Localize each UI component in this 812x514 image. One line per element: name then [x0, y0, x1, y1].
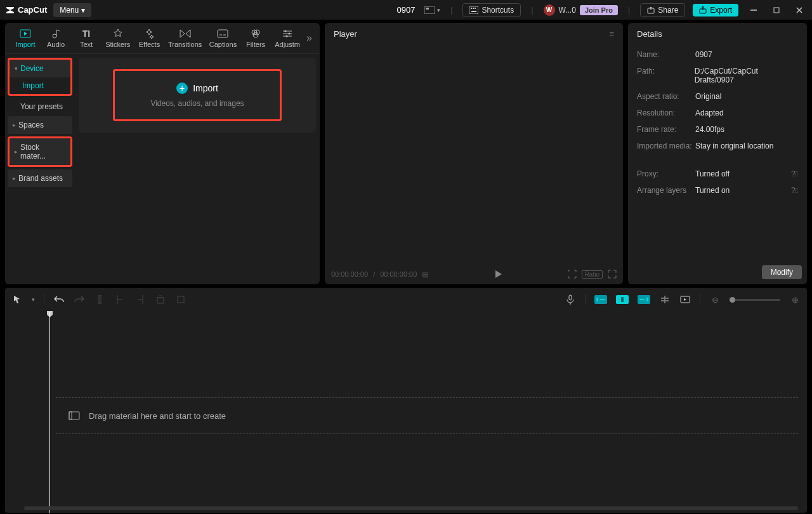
mic-icon[interactable]	[565, 294, 576, 305]
app-logo: CapCut	[5, 5, 47, 15]
svg-rect-12	[218, 30, 228, 37]
delete-tool[interactable]	[155, 294, 166, 305]
svg-point-18	[286, 36, 288, 37]
pointer-tool[interactable]	[11, 294, 23, 305]
tab-import[interactable]: Import	[10, 25, 41, 51]
join-pro-badge[interactable]: Join Pro	[580, 5, 618, 15]
tab-stickers[interactable]: Stickers	[102, 25, 134, 51]
preview-icon[interactable]	[679, 294, 691, 305]
highlight-device-import: ▾ Device Import	[8, 58, 72, 96]
export-button[interactable]: Export	[693, 4, 738, 16]
timeline-toolbar: ▾ ⊖ ⊕	[5, 288, 807, 311]
media-sidebar: ▾ Device Import Your presets ▸ Spaces ▸ …	[5, 54, 75, 284]
magnet-left[interactable]	[594, 295, 607, 304]
label-resolution: Resolution:	[637, 109, 695, 117]
svg-rect-24	[596, 298, 598, 301]
label-layers: Arrange layers	[637, 186, 695, 195]
effects-icon	[143, 28, 155, 39]
label-path: Path:	[637, 67, 695, 84]
svg-point-16	[285, 30, 287, 32]
label-imported: Imported media:	[637, 142, 695, 150]
align-icon[interactable]	[659, 294, 671, 305]
timeline-dropzone[interactable]: Drag material here and start to create	[56, 397, 798, 434]
timeline[interactable]: Drag material here and start to create	[5, 311, 807, 513]
svg-rect-4	[473, 8, 474, 9]
sidebar-item-device[interactable]: ▾ Device	[10, 60, 70, 77]
value-proxy: Turned off	[695, 169, 730, 178]
capcut-icon	[5, 5, 15, 15]
player-viewport[interactable]	[325, 45, 623, 264]
split-tool[interactable]	[94, 294, 105, 305]
details-title: Details	[628, 23, 807, 45]
tabs-more-button[interactable]: »	[304, 32, 315, 44]
tab-audio[interactable]: Audio	[41, 25, 71, 51]
svg-rect-31	[69, 412, 72, 419]
adjustment-icon	[282, 28, 293, 39]
tab-text[interactable]: TI Text	[71, 25, 102, 51]
divider	[44, 294, 44, 305]
tab-transitions[interactable]: Transitions	[164, 25, 205, 51]
zoom-out[interactable]: ⊖	[709, 294, 721, 305]
details-panel: Details Name:0907 Path:D:/CapCut/CapCut …	[628, 23, 807, 284]
import-dropzone[interactable]: + Import Videos, audios, and images	[79, 58, 316, 133]
sidebar-item-presets[interactable]: Your presets	[8, 98, 72, 115]
ratio-button[interactable]: Ratio	[582, 270, 603, 279]
user-cluster[interactable]: W W...0 Join Pro	[544, 4, 618, 16]
label-name: Name:	[637, 50, 695, 59]
svg-rect-9	[774, 8, 779, 13]
fullscreen-icon[interactable]	[608, 270, 617, 279]
menu-button[interactable]: Menu ▾	[53, 3, 91, 17]
export-icon	[699, 6, 707, 14]
tab-filters[interactable]: Filters	[240, 25, 271, 51]
maximize-button[interactable]	[769, 3, 784, 18]
value-name: 0907	[695, 50, 712, 59]
media-content: + Import Videos, audios, and images	[75, 54, 320, 284]
redo-button[interactable]	[74, 294, 85, 305]
shortcuts-label: Shortcuts	[481, 6, 514, 15]
list-icon[interactable]: ▤	[422, 270, 428, 279]
trim-right-tool[interactable]	[134, 294, 146, 305]
audio-icon	[50, 28, 62, 39]
sidebar-item-spaces[interactable]: ▸ Spaces	[8, 116, 72, 134]
help-icon[interactable]: ?⃝	[791, 186, 798, 195]
sidebar-item-stock[interactable]: ▸ Stock mater...	[10, 138, 70, 165]
menu-label: Menu	[60, 6, 79, 15]
close-button[interactable]	[792, 3, 807, 18]
svg-point-17	[289, 33, 291, 35]
help-icon[interactable]: ?⃝	[791, 169, 798, 178]
filters-icon	[250, 28, 261, 39]
tab-effects[interactable]: Effects	[134, 25, 164, 51]
sidebar-item-import[interactable]: Import	[10, 77, 70, 94]
shortcuts-button[interactable]: Shortcuts	[462, 3, 521, 17]
tab-captions[interactable]: Captions	[206, 25, 240, 51]
svg-rect-20	[157, 298, 164, 303]
player-panel: Player ≡ 00:00:00:00 / 00:00:00:00 ▤ Rat…	[325, 23, 623, 284]
label-fps: Frame rate:	[637, 125, 695, 134]
focus-icon[interactable]	[568, 270, 577, 279]
trim-left-tool[interactable]	[114, 294, 126, 305]
separator: |	[531, 5, 533, 15]
separator: |	[628, 5, 630, 15]
media-panel: Import Audio TI Text Stickers Effects Tr…	[5, 23, 320, 284]
zoom-in[interactable]: ⊕	[789, 294, 801, 305]
play-button[interactable]	[494, 270, 502, 279]
chevron-down-icon[interactable]: ▾	[32, 296, 35, 303]
crop-tool[interactable]	[175, 294, 187, 305]
player-controls: 00:00:00:00 / 00:00:00:00 ▤ Ratio	[325, 264, 623, 284]
sidebar-item-brand[interactable]: ▸ Brand assets	[8, 169, 72, 187]
share-button[interactable]: Share	[640, 3, 685, 17]
minimize-button[interactable]	[746, 3, 761, 18]
timeline-scrollbar[interactable]	[24, 506, 798, 510]
timeline-drop-text: Drag material here and start to create	[89, 411, 226, 421]
modify-button[interactable]: Modify	[762, 265, 802, 279]
undo-button[interactable]	[53, 294, 65, 305]
magnet-center[interactable]	[616, 295, 629, 304]
user-name: W...0	[559, 6, 576, 15]
magnet-right[interactable]	[638, 295, 650, 304]
caret-down-icon: ▾	[15, 65, 18, 72]
captions-icon	[217, 28, 228, 39]
zoom-slider[interactable]	[730, 299, 780, 301]
layout-toggle[interactable]: ▾	[424, 6, 440, 14]
tab-adjustment[interactable]: Adjustm	[271, 25, 304, 51]
player-menu-icon[interactable]: ≡	[609, 29, 614, 39]
